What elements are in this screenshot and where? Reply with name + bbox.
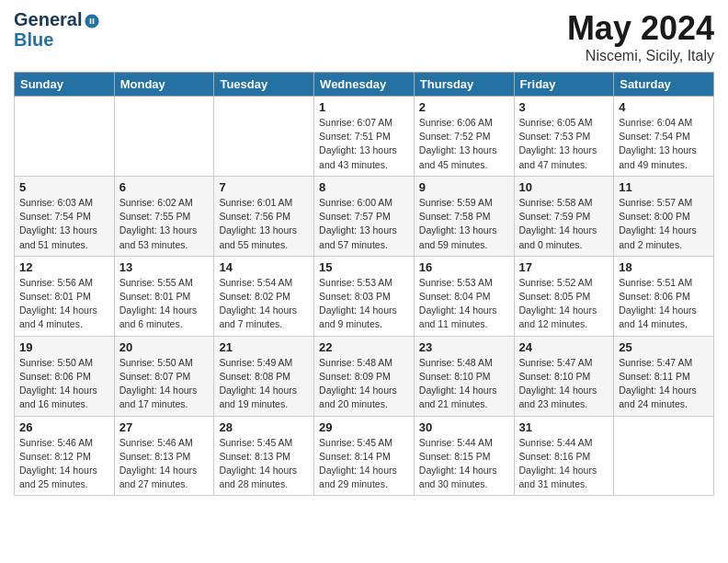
day-info: Sunrise: 6:06 AMSunset: 7:52 PMDaylight:… <box>419 116 509 172</box>
day-info: Sunrise: 5:46 AMSunset: 8:13 PMDaylight:… <box>119 436 210 492</box>
day-info: Sunrise: 5:44 AMSunset: 8:16 PMDaylight:… <box>519 436 609 492</box>
calendar-cell: 23Sunrise: 5:48 AMSunset: 8:10 PMDayligh… <box>414 336 514 416</box>
day-info: Sunrise: 5:54 AMSunset: 8:02 PMDaylight:… <box>219 276 309 332</box>
calendar-cell: 31Sunrise: 5:44 AMSunset: 8:16 PMDayligh… <box>514 416 614 496</box>
calendar-cell: 17Sunrise: 5:52 AMSunset: 8:05 PMDayligh… <box>514 256 614 336</box>
day-info: Sunrise: 6:07 AMSunset: 7:51 PMDaylight:… <box>319 116 409 172</box>
calendar-cell: 5Sunrise: 6:03 AMSunset: 7:54 PMDaylight… <box>15 176 115 256</box>
calendar-cell: 2Sunrise: 6:06 AMSunset: 7:52 PMDaylight… <box>414 97 514 177</box>
day-info: Sunrise: 5:45 AMSunset: 8:14 PMDaylight:… <box>319 436 409 492</box>
day-info: Sunrise: 5:57 AMSunset: 8:00 PMDaylight:… <box>619 196 709 252</box>
day-number: 29 <box>319 420 409 434</box>
day-info: Sunrise: 5:52 AMSunset: 8:05 PMDaylight:… <box>519 276 609 332</box>
calendar-cell: 8Sunrise: 6:00 AMSunset: 7:57 PMDaylight… <box>314 176 415 256</box>
weekday-header-wednesday: Wednesday <box>314 73 415 97</box>
weekday-header-monday: Monday <box>114 73 214 97</box>
day-info: Sunrise: 5:49 AMSunset: 8:08 PMDaylight:… <box>219 356 309 412</box>
calendar-cell: 27Sunrise: 5:46 AMSunset: 8:13 PMDayligh… <box>114 416 214 496</box>
calendar-cell <box>114 97 214 177</box>
calendar-cell: 7Sunrise: 6:01 AMSunset: 7:56 PMDaylight… <box>214 176 314 256</box>
day-number: 19 <box>19 340 109 354</box>
calendar-cell: 25Sunrise: 5:47 AMSunset: 8:11 PMDayligh… <box>614 336 714 416</box>
day-info: Sunrise: 5:56 AMSunset: 8:01 PMDaylight:… <box>19 276 109 332</box>
day-info: Sunrise: 5:47 AMSunset: 8:10 PMDaylight:… <box>519 356 609 412</box>
calendar-cell: 3Sunrise: 6:05 AMSunset: 7:53 PMDaylight… <box>514 97 614 177</box>
logo: General Blue <box>14 9 100 50</box>
day-info: Sunrise: 5:46 AMSunset: 8:12 PMDaylight:… <box>19 436 109 492</box>
day-number: 12 <box>19 260 109 274</box>
weekday-header-saturday: Saturday <box>614 73 714 97</box>
day-number: 23 <box>419 340 509 354</box>
calendar-cell: 29Sunrise: 5:45 AMSunset: 8:14 PMDayligh… <box>314 416 415 496</box>
calendar-cell: 6Sunrise: 6:02 AMSunset: 7:55 PMDaylight… <box>114 176 214 256</box>
day-number: 31 <box>519 420 609 434</box>
weekday-header-tuesday: Tuesday <box>214 73 314 97</box>
calendar-cell: 1Sunrise: 6:07 AMSunset: 7:51 PMDaylight… <box>314 97 415 177</box>
calendar-cell: 12Sunrise: 5:56 AMSunset: 8:01 PMDayligh… <box>15 256 115 336</box>
day-info: Sunrise: 6:00 AMSunset: 7:57 PMDaylight:… <box>319 196 409 252</box>
day-number: 21 <box>219 340 309 354</box>
logo-text: General Blue <box>14 9 100 50</box>
calendar-cell <box>214 97 314 177</box>
page: General Blue May 2024 Niscemi, Sicily, I… <box>0 0 728 505</box>
day-info: Sunrise: 6:04 AMSunset: 7:54 PMDaylight:… <box>619 116 709 172</box>
day-number: 24 <box>519 340 609 354</box>
day-info: Sunrise: 5:44 AMSunset: 8:15 PMDaylight:… <box>419 436 509 492</box>
day-info: Sunrise: 6:03 AMSunset: 7:54 PMDaylight:… <box>19 196 109 252</box>
day-number: 16 <box>419 260 509 274</box>
calendar-cell: 15Sunrise: 5:53 AMSunset: 8:03 PMDayligh… <box>314 256 415 336</box>
calendar-cell: 18Sunrise: 5:51 AMSunset: 8:06 PMDayligh… <box>614 256 714 336</box>
weekday-header-friday: Friday <box>514 73 614 97</box>
day-info: Sunrise: 5:53 AMSunset: 8:04 PMDaylight:… <box>419 276 509 332</box>
day-info: Sunrise: 5:50 AMSunset: 8:07 PMDaylight:… <box>119 356 210 412</box>
day-number: 1 <box>319 100 409 114</box>
calendar-cell <box>15 97 115 177</box>
day-info: Sunrise: 5:59 AMSunset: 7:58 PMDaylight:… <box>419 196 509 252</box>
calendar-table: SundayMondayTuesdayWednesdayThursdayFrid… <box>14 72 714 496</box>
day-number: 18 <box>619 260 709 274</box>
title-block: May 2024 Niscemi, Sicily, Italy <box>567 9 714 64</box>
day-number: 30 <box>419 420 509 434</box>
calendar-cell: 24Sunrise: 5:47 AMSunset: 8:10 PMDayligh… <box>514 336 614 416</box>
day-info: Sunrise: 5:50 AMSunset: 8:06 PMDaylight:… <box>19 356 109 412</box>
day-number: 3 <box>519 100 609 114</box>
calendar-cell <box>614 416 714 496</box>
day-number: 6 <box>119 180 210 194</box>
calendar-cell: 10Sunrise: 5:58 AMSunset: 7:59 PMDayligh… <box>514 176 614 256</box>
day-number: 20 <box>119 340 210 354</box>
day-number: 17 <box>519 260 609 274</box>
calendar-cell: 22Sunrise: 5:48 AMSunset: 8:09 PMDayligh… <box>314 336 415 416</box>
calendar-cell: 19Sunrise: 5:50 AMSunset: 8:06 PMDayligh… <box>15 336 115 416</box>
day-info: Sunrise: 5:48 AMSunset: 8:09 PMDaylight:… <box>319 356 409 412</box>
header: General Blue May 2024 Niscemi, Sicily, I… <box>14 9 714 64</box>
calendar-cell: 30Sunrise: 5:44 AMSunset: 8:15 PMDayligh… <box>414 416 514 496</box>
day-number: 14 <box>219 260 309 274</box>
day-number: 4 <box>619 100 709 114</box>
day-info: Sunrise: 5:58 AMSunset: 7:59 PMDaylight:… <box>519 196 609 252</box>
weekday-header-sunday: Sunday <box>15 73 115 97</box>
calendar-cell: 4Sunrise: 6:04 AMSunset: 7:54 PMDaylight… <box>614 97 714 177</box>
calendar-cell: 13Sunrise: 5:55 AMSunset: 8:01 PMDayligh… <box>114 256 214 336</box>
day-number: 10 <box>519 180 609 194</box>
calendar-cell: 14Sunrise: 5:54 AMSunset: 8:02 PMDayligh… <box>214 256 314 336</box>
day-info: Sunrise: 5:55 AMSunset: 8:01 PMDaylight:… <box>119 276 210 332</box>
day-number: 11 <box>619 180 709 194</box>
calendar-cell: 28Sunrise: 5:45 AMSunset: 8:13 PMDayligh… <box>214 416 314 496</box>
day-info: Sunrise: 5:48 AMSunset: 8:10 PMDaylight:… <box>419 356 509 412</box>
day-info: Sunrise: 5:51 AMSunset: 8:06 PMDaylight:… <box>619 276 709 332</box>
calendar-cell: 16Sunrise: 5:53 AMSunset: 8:04 PMDayligh… <box>414 256 514 336</box>
day-number: 25 <box>619 340 709 354</box>
day-info: Sunrise: 6:05 AMSunset: 7:53 PMDaylight:… <box>519 116 609 172</box>
day-info: Sunrise: 5:53 AMSunset: 8:03 PMDaylight:… <box>319 276 409 332</box>
day-number: 8 <box>319 180 409 194</box>
day-number: 28 <box>219 420 309 434</box>
calendar-cell: 9Sunrise: 5:59 AMSunset: 7:58 PMDaylight… <box>414 176 514 256</box>
weekday-header-thursday: Thursday <box>414 73 514 97</box>
calendar-cell: 21Sunrise: 5:49 AMSunset: 8:08 PMDayligh… <box>214 336 314 416</box>
day-number: 7 <box>219 180 309 194</box>
day-number: 22 <box>319 340 409 354</box>
day-number: 27 <box>119 420 210 434</box>
day-number: 9 <box>419 180 509 194</box>
calendar-cell: 26Sunrise: 5:46 AMSunset: 8:12 PMDayligh… <box>15 416 115 496</box>
day-info: Sunrise: 6:01 AMSunset: 7:56 PMDaylight:… <box>219 196 309 252</box>
